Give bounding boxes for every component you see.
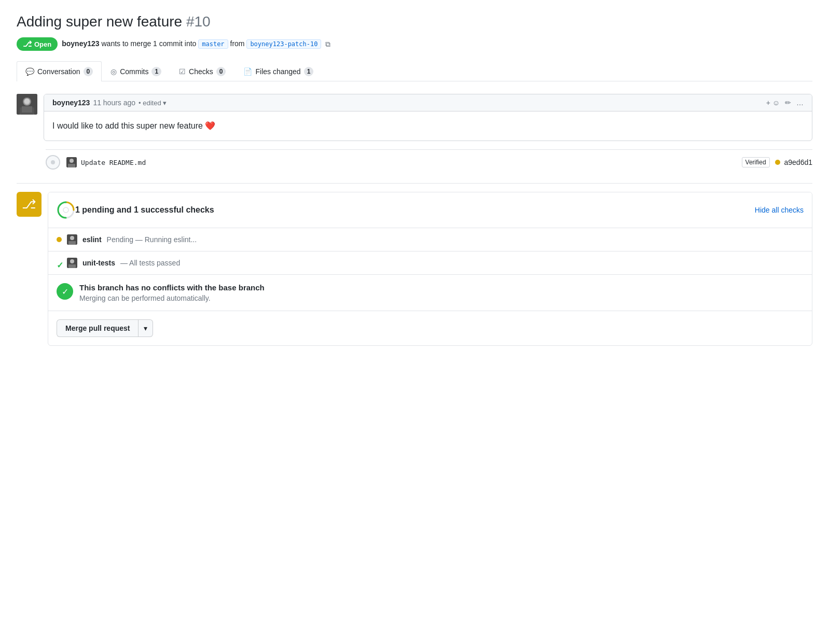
edited-badge: • edited ▾ [139,99,167,107]
eslint-status-dot [57,237,62,242]
svg-point-16 [70,259,74,263]
commit-right: Verified a9ed6d1 [742,157,812,167]
edited-label: • edited [139,99,161,107]
commit-dot [46,155,60,170]
no-conflict-text: This branch has no conflicts with the ba… [79,283,265,302]
tab-conversation[interactable]: 💬 Conversation 0 [17,61,102,81]
verified-badge: Verified [742,157,770,167]
no-conflict-title: This branch has no conflicts with the ba… [79,283,265,292]
checks-outer: ⎇ 1 pending and 1 successful checks Hide… [17,192,812,354]
merge-section: Merge pull request ▾ [48,311,812,345]
checks-summary-title: 1 pending and 1 successful checks [75,205,755,215]
commits-icon: ◎ [110,67,117,76]
from-text: from [230,39,247,48]
pr-number: #10 [186,13,211,30]
tab-commits-count: 1 [151,67,161,76]
eslint-name: eslint [82,235,102,244]
commit-entry: Update README.md Verified a9ed6d1 [46,149,812,175]
no-conflict-section: ✓ This branch has no conflicts with the … [48,274,812,311]
check-item-eslint: eslint Pending — Running eslint... [48,228,812,251]
files-changed-icon: 📄 [243,67,252,76]
commit-message[interactable]: Update README.md [81,159,742,166]
checks-section: 1 pending and 1 successful checks Hide a… [48,192,812,346]
conversation-icon: 💬 [25,67,34,76]
copy-branch-icon[interactable]: ⧉ [325,40,330,49]
comment-time: 11 hours ago [93,99,135,107]
pr-meta-text: boyney123 wants to merge 1 commit into m… [62,39,321,49]
no-conflict-subtitle: Merging can be performed automatically. [79,294,265,302]
unit-tests-avatar [67,258,77,268]
tab-conversation-label: Conversation [37,67,80,76]
comment-author[interactable]: boyney123 [52,99,90,107]
more-options-button[interactable]: … [796,99,804,107]
pr-author: boyney123 [62,39,99,48]
svg-rect-9 [68,164,75,167]
comment-thread: boyney123 11 hours ago • edited ▾ + ☺ ✏ … [17,94,812,141]
comment-body-text: I would like to add this super new featu… [52,121,215,130]
eslint-description: Pending — Running eslint... [107,235,197,244]
comment-header-right: + ☺ ✏ … [766,99,804,107]
tab-files-count: 1 [304,67,314,76]
sha-status-dot [775,160,780,165]
comment-box: boyney123 11 hours ago • edited ▾ + ☺ ✏ … [44,94,812,141]
checks-header: 1 pending and 1 successful checks Hide a… [48,192,812,228]
unit-tests-description: — All tests passed [120,259,180,267]
tab-bar: 💬 Conversation 0 ◎ Commits 1 ☑ Checks 0 … [17,61,812,81]
add-reaction-button[interactable]: + ☺ [766,99,780,107]
tab-commits[interactable]: ◎ Commits 1 [102,61,170,81]
pr-title-text: Adding super new feature [17,13,182,30]
status-badge: ⎇ Open [17,37,58,51]
tab-checks-count: 0 [216,67,226,76]
merge-pull-request-button[interactable]: Merge pull request [57,319,139,337]
edited-dropdown-icon[interactable]: ▾ [163,99,167,107]
svg-rect-14 [68,241,76,245]
tab-checks[interactable]: ☑ Checks 0 [170,61,234,81]
commenter-avatar [17,94,37,115]
pr-meta-row: ⎇ Open boyney123 wants to merge 1 commit… [17,37,812,51]
svg-point-8 [70,159,74,163]
unit-tests-status-icon: ✓ [57,260,62,265]
tab-checks-label: Checks [189,67,213,76]
merge-status-badge: ⎇ [17,192,42,217]
unit-tests-name: unit-tests [82,259,115,267]
merge-dropdown-button[interactable]: ▾ [139,319,153,337]
section-divider [17,183,812,184]
pr-title: Adding super new feature #10 [17,12,812,31]
tab-files-changed[interactable]: 📄 Files changed 1 [234,61,322,81]
eslint-avatar [67,234,77,245]
tab-commits-label: Commits [120,67,148,76]
pr-action: wants to merge 1 commit into [102,39,197,48]
tab-conversation-count: 0 [84,67,93,76]
svg-point-5 [24,99,30,104]
hide-checks-link[interactable]: Hide all checks [755,206,804,214]
commit-sha-dot: a9ed6d1 [775,158,812,166]
checks-icon: ☑ [179,67,186,76]
edit-comment-button[interactable]: ✏ [785,99,791,107]
head-branch-tag[interactable]: boyney123-patch-10 [246,39,321,49]
check-item-unit-tests: ✓ unit-tests — All tests passed [48,251,812,274]
commit-dot-inner [51,160,55,164]
checks-status-icon [57,201,75,219]
commit-avatar [66,157,77,167]
base-branch-tag[interactable]: master [198,39,228,49]
merge-icon: ⎇ [23,39,32,49]
comment-header: boyney123 11 hours ago • edited ▾ + ☺ ✏ … [44,94,812,111]
tab-files-label: Files changed [255,67,300,76]
merge-badge-icon: ⎇ [22,197,36,212]
svg-point-11 [63,207,68,213]
svg-rect-6 [22,106,32,113]
comment-header-left: boyney123 11 hours ago • edited ▾ [52,99,167,107]
svg-point-13 [70,236,74,240]
status-label: Open [34,40,51,48]
commit-sha[interactable]: a9ed6d1 [784,158,812,166]
main-content: boyney123 11 hours ago • edited ▾ + ☺ ✏ … [17,94,812,362]
comment-body: I would like to add this super new featu… [44,111,812,141]
svg-rect-17 [68,264,76,268]
no-conflict-icon: ✓ [57,283,73,300]
